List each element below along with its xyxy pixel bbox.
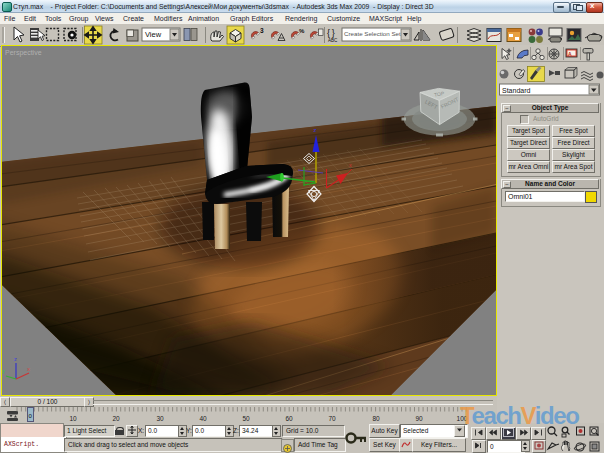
- svg-text:70: 70: [328, 415, 336, 422]
- svg-text:A: A: [568, 51, 572, 57]
- svg-text:z: z: [314, 127, 317, 133]
- svg-text:x: x: [349, 162, 352, 168]
- svg-text:z: z: [14, 356, 17, 362]
- svg-text:%: %: [299, 28, 305, 34]
- svg-text:y: y: [2, 368, 5, 374]
- svg-text:40: 40: [199, 415, 207, 422]
- svg-text:60: 60: [285, 415, 293, 422]
- svg-text:Perspective: Perspective: [5, 49, 42, 57]
- svg-text:3: 3: [260, 27, 264, 34]
- svg-text:View: View: [145, 30, 162, 39]
- svg-text:50: 50: [242, 415, 250, 422]
- svg-text:20: 20: [112, 415, 120, 422]
- svg-text:80: 80: [372, 415, 380, 422]
- svg-text:{ }: { }: [327, 28, 335, 38]
- svg-text:10: 10: [69, 415, 77, 422]
- svg-text:ABC: ABC: [328, 38, 338, 43]
- svg-text:x: x: [27, 366, 30, 372]
- svg-text:Create Selection Set: Create Selection Set: [344, 30, 401, 37]
- svg-text:90: 90: [415, 415, 423, 422]
- svg-text:30: 30: [156, 415, 164, 422]
